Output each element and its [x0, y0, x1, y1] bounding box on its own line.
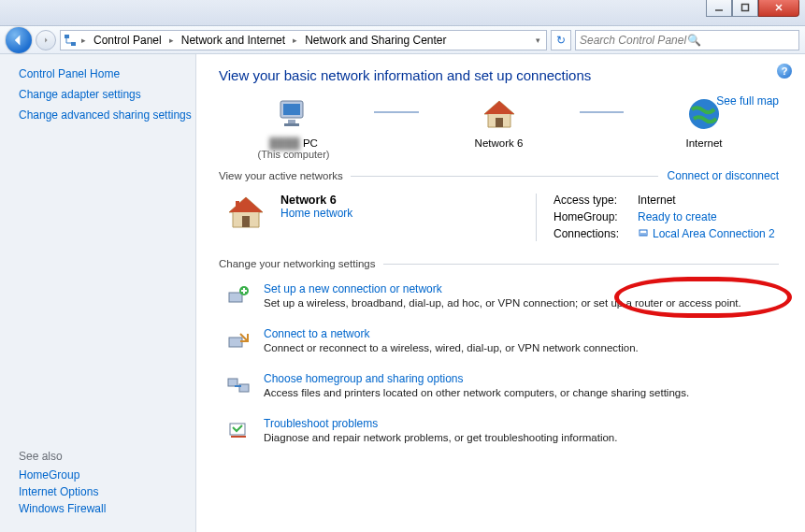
task-link[interactable]: Set up a new connection or network	[264, 282, 741, 295]
svg-rect-5	[288, 120, 295, 123]
task-desc: Set up a wireless, broadband, dial-up, a…	[264, 297, 741, 309]
task-link[interactable]: Choose homegroup and sharing options	[264, 372, 689, 385]
svg-point-8	[689, 99, 719, 129]
network-map: ████ PC (This computer) Network 6 Intern…	[219, 94, 779, 160]
node-this-pc[interactable]: ████ PC (This computer)	[219, 94, 368, 160]
breadcrumb-separator: ▸	[291, 36, 299, 45]
task-desc: Diagnose and repair network problems, or…	[264, 432, 617, 443]
address-bar: ▸ Control Panel ▸ Network and Internet ▸…	[0, 26, 805, 54]
forward-button[interactable]	[36, 30, 56, 50]
see-full-map-link[interactable]: See full map	[716, 94, 779, 108]
network-name-label: Network 6	[424, 137, 574, 149]
svg-rect-6	[284, 123, 299, 126]
search-icon: 🔍	[687, 34, 795, 47]
breadcrumb-control-panel[interactable]: Control Panel	[90, 34, 165, 47]
close-button[interactable]	[758, 0, 799, 17]
svg-rect-4	[283, 104, 300, 115]
svg-rect-12	[229, 293, 242, 302]
seealso-internet-options[interactable]: Internet Options	[19, 485, 106, 498]
search-input[interactable]: Search Control Panel 🔍	[575, 30, 799, 50]
connect-network-icon	[224, 327, 252, 355]
task-setup-connection[interactable]: Set up a new connection or networkSet up…	[219, 275, 779, 320]
house-icon	[223, 194, 269, 231]
refresh-button[interactable]: ↻	[551, 30, 571, 50]
task-link[interactable]: Connect to a network	[264, 327, 639, 340]
task-homegroup-sharing[interactable]: Choose homegroup and sharing optionsAcce…	[219, 365, 779, 410]
access-type-value: Internet	[638, 194, 676, 207]
access-type-label: Access type:	[553, 194, 638, 207]
troubleshoot-icon	[224, 417, 252, 445]
breadcrumb-separator: ▸	[167, 36, 176, 45]
map-connector	[580, 111, 625, 113]
breadcrumb-separator: ▸	[79, 36, 88, 45]
ethernet-icon	[638, 227, 649, 241]
svg-rect-9	[242, 216, 250, 227]
search-placeholder: Search Control Panel	[580, 34, 687, 47]
help-icon[interactable]: ?	[777, 64, 792, 79]
maximize-button[interactable]	[732, 0, 758, 17]
breadcrumb-network-sharing-center[interactable]: Network and Sharing Center	[301, 34, 450, 47]
computer-icon	[274, 94, 313, 134]
minimize-button[interactable]	[706, 0, 732, 17]
control-panel-home-link[interactable]: Control Panel Home	[19, 67, 195, 80]
see-also-heading: See also	[19, 450, 106, 463]
network-type-link[interactable]: Home network	[280, 207, 352, 220]
node-network[interactable]: Network 6	[424, 94, 574, 160]
homegroup-label: HomeGroup:	[553, 210, 638, 223]
task-connect-network[interactable]: Connect to a networkConnect or reconnect…	[219, 320, 779, 365]
internet-label: Internet	[629, 137, 779, 149]
connection-link[interactable]: Local Area Connection 2	[653, 227, 775, 241]
pc-name-obscured: ████	[269, 137, 300, 149]
breadcrumb-network-internet[interactable]: Network and Internet	[178, 34, 289, 47]
svg-rect-7	[496, 118, 503, 127]
house-icon	[480, 94, 519, 134]
homegroup-link[interactable]: Ready to create	[638, 210, 717, 223]
setup-connection-icon	[224, 282, 252, 310]
connect-disconnect-link[interactable]: Connect or disconnect	[668, 169, 779, 182]
homegroup-icon	[224, 372, 252, 400]
task-desc: Access files and printers located on oth…	[264, 387, 689, 398]
svg-rect-1	[65, 35, 69, 38]
task-link[interactable]: Troubleshoot problems	[264, 417, 617, 430]
window-titlebar	[0, 0, 805, 26]
page-heading: View your basic network information and …	[219, 67, 779, 83]
task-troubleshoot[interactable]: Troubleshoot problemsDiagnose and repair…	[219, 410, 779, 454]
network-sharing-icon	[63, 33, 78, 48]
task-desc: Connect or reconnect to a wireless, wire…	[264, 342, 639, 353]
active-network-name: Network 6	[280, 194, 337, 207]
sidebar-link-adapter-settings[interactable]: Change adapter settings	[19, 88, 195, 101]
map-connector	[374, 111, 419, 113]
sidebar-link-advanced-sharing[interactable]: Change advanced sharing settings	[19, 108, 195, 122]
svg-rect-15	[228, 379, 237, 386]
sidebar: Control Panel Home Change adapter settin…	[0, 54, 196, 532]
breadcrumb-dropdown[interactable]: ▾	[532, 36, 544, 45]
connections-label: Connections:	[553, 227, 638, 241]
svg-rect-14	[229, 338, 242, 347]
seealso-windows-firewall[interactable]: Windows Firewall	[19, 502, 106, 515]
networking-settings-heading: Change your networking settings	[219, 258, 376, 269]
back-button[interactable]	[6, 27, 32, 53]
content-pane: ? View your basic network information an…	[196, 54, 805, 532]
active-networks-heading: View your active networks	[219, 170, 343, 181]
this-computer-label: (This computer)	[219, 149, 368, 160]
svg-rect-0	[742, 4, 749, 10]
svg-rect-10	[236, 201, 239, 208]
seealso-homegroup[interactable]: HomeGroup	[19, 468, 106, 482]
breadcrumb-bar[interactable]: ▸ Control Panel ▸ Network and Internet ▸…	[60, 30, 547, 50]
